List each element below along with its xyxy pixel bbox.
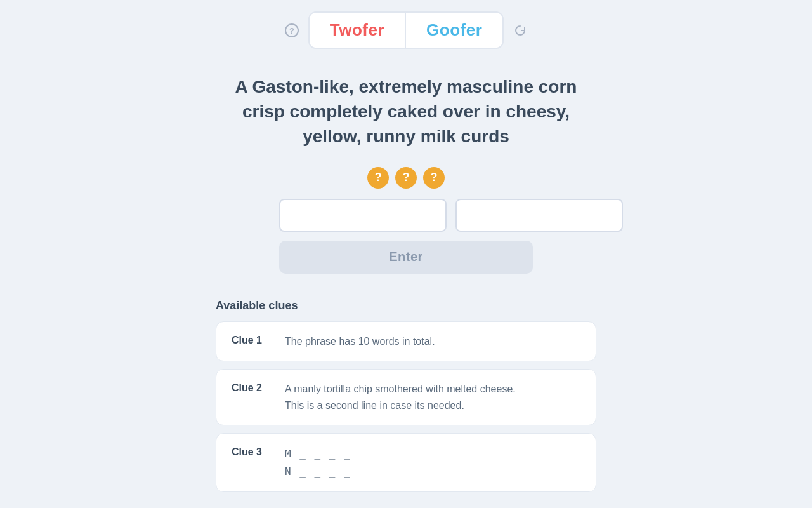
tab-goofer[interactable]: Goofer	[406, 13, 502, 48]
hint-2-button[interactable]: ?	[395, 167, 417, 189]
word2-input[interactable]	[455, 199, 623, 232]
header: ? Twofer Goofer	[0, 0, 812, 55]
help-button[interactable]: ?	[280, 19, 303, 42]
tab-group: Twofer Goofer	[308, 11, 504, 49]
clue-3-pattern: M _ _ _ _N _ _ _ _	[285, 445, 351, 479]
word1-input[interactable]	[279, 199, 447, 232]
clue-2-label: Clue 2	[232, 381, 272, 394]
clue-2-text: A manly tortilla chip smothered with mel…	[285, 381, 516, 413]
hint-3-button[interactable]: ?	[423, 167, 445, 189]
hint-icons: ? ? ?	[367, 167, 445, 189]
main-content: A Gaston-like, extremely masculine corn …	[203, 74, 609, 299]
puzzle-description: A Gaston-like, extremely masculine corn …	[203, 74, 609, 149]
clue-card-1: Clue 1 The phrase has 10 words in total.	[216, 321, 596, 362]
clue-card-2: Clue 2 A manly tortilla chip smothered w…	[216, 369, 596, 425]
history-button[interactable]	[509, 19, 532, 42]
tab-twofer[interactable]: Twofer	[310, 13, 406, 48]
input-row	[279, 199, 533, 232]
clue-1-label: Clue 1	[232, 333, 272, 346]
svg-text:?: ?	[289, 26, 294, 36]
enter-button[interactable]: Enter	[279, 241, 533, 274]
hint-1-button[interactable]: ?	[367, 167, 389, 189]
clue-3-label: Clue 3	[232, 445, 272, 458]
clues-heading: Available clues	[216, 299, 596, 312]
clue-card-3: Clue 3 M _ _ _ _N _ _ _ _	[216, 433, 596, 491]
clue-1-text: The phrase has 10 words in total.	[285, 333, 435, 350]
clues-section: Available clues Clue 1 The phrase has 10…	[216, 299, 596, 500]
